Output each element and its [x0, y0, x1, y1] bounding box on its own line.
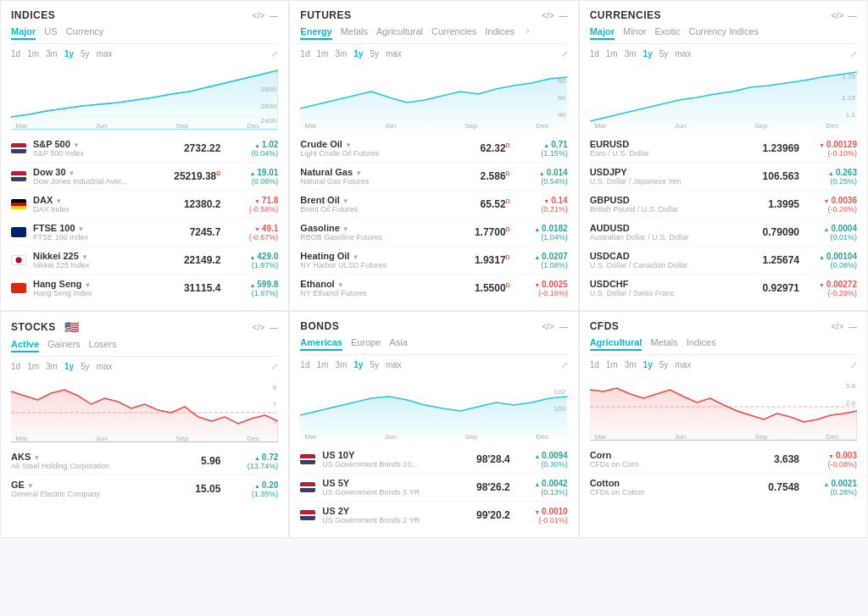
time-3m[interactable]: 3m	[335, 360, 347, 369]
code-icon[interactable]: </>	[832, 11, 843, 20]
time-max[interactable]: max	[97, 49, 113, 58]
time-1m[interactable]: 1m	[316, 360, 328, 369]
time-1d[interactable]: 1d	[590, 360, 599, 369]
time-5y[interactable]: 5y	[81, 362, 90, 371]
row-change: 0.00272 (-0.29%)	[806, 280, 857, 297]
tab-metals[interactable]: Metals	[650, 337, 677, 351]
tab-major[interactable]: Major	[11, 26, 36, 40]
time-1y[interactable]: 1y	[643, 49, 653, 58]
minimize-icon[interactable]: —	[559, 11, 568, 20]
time-1d[interactable]: 1d	[11, 362, 20, 371]
tab-currency[interactable]: Currency	[66, 26, 104, 40]
minimize-icon[interactable]: —	[849, 322, 857, 331]
tab-exotic[interactable]: Exotic	[655, 26, 681, 40]
stocks-rows: AKS ▼ Ak Steel Holding Corporation 5.96 …	[11, 447, 278, 502]
table-row: Nikkei 225 ▼ Nikkei 225 Index 22149.2 42…	[11, 247, 278, 275]
svg-text:102: 102	[554, 388, 566, 396]
time-1d[interactable]: 1d	[300, 49, 309, 58]
code-icon[interactable]: </>	[542, 11, 554, 20]
svg-text:Jun: Jun	[96, 435, 108, 442]
row-info: AKS ▼ Ak Steel Holding Corporation	[11, 452, 174, 470]
tab-americas[interactable]: Americas	[300, 337, 342, 351]
time-1y[interactable]: 1y	[353, 49, 363, 58]
time-1m[interactable]: 1m	[606, 360, 618, 369]
tab-currencies[interactable]: Currencies	[431, 26, 476, 40]
code-icon[interactable]: </>	[253, 323, 264, 332]
tab-gainers[interactable]: Gainers	[47, 339, 81, 352]
tab-agricultural[interactable]: Agricultural	[376, 26, 423, 40]
tab-currency-indices[interactable]: Currency Indices	[688, 26, 759, 40]
tab-us[interactable]: US	[44, 26, 57, 40]
tab-indices[interactable]: Indices	[687, 337, 716, 351]
time-1d[interactable]: 1d	[590, 49, 599, 58]
expand-icon[interactable]: ⤢	[271, 362, 278, 371]
time-1m[interactable]: 1m	[27, 362, 39, 371]
expand-icon[interactable]: ⤢	[271, 49, 278, 58]
time-max[interactable]: max	[675, 360, 691, 369]
time-3m[interactable]: 3m	[46, 362, 58, 371]
row-change: 0.0182 (1.04%)	[517, 224, 568, 241]
futures-tabs: Energy Metals Agricultural Currencies In…	[300, 26, 567, 44]
row-change: 0.263 (0.25%)	[806, 168, 857, 186]
tab-asia[interactable]: Asia	[389, 337, 407, 351]
tab-minor[interactable]: Minor	[623, 26, 647, 40]
time-1y[interactable]: 1y	[64, 362, 74, 371]
time-3m[interactable]: 3m	[335, 49, 347, 58]
row-value: 1.25674	[753, 254, 799, 266]
tab-energy[interactable]: Energy	[300, 26, 331, 40]
minimize-icon[interactable]: —	[270, 323, 278, 332]
time-1m[interactable]: 1m	[606, 49, 618, 58]
time-3m[interactable]: 3m	[46, 49, 58, 58]
minimize-icon[interactable]: —	[559, 322, 568, 331]
time-1m[interactable]: 1m	[316, 49, 328, 58]
code-icon[interactable]: </>	[542, 322, 554, 331]
tab-losers[interactable]: Losers	[89, 339, 117, 352]
tab-europe[interactable]: Europe	[351, 337, 381, 351]
svg-text:Dec: Dec	[537, 433, 549, 441]
table-row: S&P 500 ▼ S&P 500 Index 2732.22 1.02 (0.…	[11, 135, 278, 163]
time-1m[interactable]: 1m	[27, 49, 39, 58]
code-icon[interactable]: </>	[253, 11, 264, 20]
row-info: Cotton CFDs on Cotton	[590, 478, 753, 497]
time-1d[interactable]: 1d	[300, 360, 309, 369]
svg-text:9: 9	[273, 384, 277, 391]
svg-text:2600: 2600	[261, 103, 277, 110]
tab-active[interactable]: Active	[11, 339, 39, 352]
time-max[interactable]: max	[386, 49, 402, 58]
minimize-icon[interactable]: —	[270, 11, 278, 20]
tab-metals[interactable]: Metals	[341, 26, 368, 40]
time-max[interactable]: max	[386, 360, 402, 369]
time-5y[interactable]: 5y	[81, 49, 90, 58]
row-change: 429.0 (1.97%)	[227, 252, 278, 269]
time-max[interactable]: max	[97, 362, 113, 371]
more-icon[interactable]: ›	[526, 26, 529, 40]
time-5y[interactable]: 5y	[370, 360, 379, 369]
svg-text:Sep: Sep	[175, 122, 188, 130]
row-change: 0.003 (-0.08%)	[806, 451, 857, 469]
expand-icon[interactable]: ⤢	[850, 49, 857, 58]
time-1y[interactable]: 1y	[643, 360, 653, 369]
expand-icon[interactable]: ⤢	[561, 360, 568, 369]
svg-text:Jun: Jun	[675, 122, 687, 130]
table-row: Corn CFDs on Corn 3.638 0.003 (-0.08%)	[590, 446, 857, 474]
time-5y[interactable]: 5y	[659, 360, 669, 369]
time-5y[interactable]: 5y	[370, 49, 379, 58]
tab-major[interactable]: Major	[590, 26, 615, 40]
expand-icon[interactable]: ⤢	[561, 49, 568, 58]
tab-agricultural[interactable]: Agricultural	[590, 337, 643, 351]
tab-indices[interactable]: Indices	[485, 26, 515, 40]
minimize-icon[interactable]: —	[849, 11, 857, 20]
indices-rows: S&P 500 ▼ S&P 500 Index 2732.22 1.02 (0.…	[11, 135, 278, 302]
expand-icon[interactable]: ⤢	[850, 360, 857, 369]
time-1y[interactable]: 1y	[64, 49, 74, 58]
futures-chart: Mar Jun Sep Dec 60 50 40	[300, 62, 567, 130]
time-max[interactable]: max	[675, 49, 691, 58]
time-3m[interactable]: 3m	[625, 49, 637, 58]
row-value: 31115.4	[174, 282, 220, 294]
time-1y[interactable]: 1y	[353, 360, 363, 369]
bonds-tabs: Americas Europe Asia	[300, 337, 567, 355]
time-1d[interactable]: 1d	[11, 49, 20, 58]
time-3m[interactable]: 3m	[625, 360, 637, 369]
time-5y[interactable]: 5y	[659, 49, 669, 58]
code-icon[interactable]: </>	[832, 322, 843, 331]
